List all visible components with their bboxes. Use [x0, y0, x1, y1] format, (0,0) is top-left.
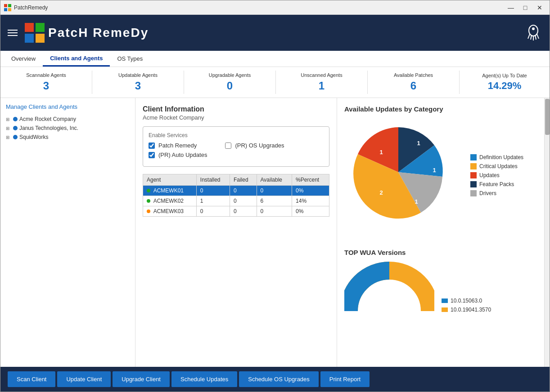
- menu-button[interactable]: [8, 30, 18, 36]
- close-button[interactable]: ✕: [533, 3, 546, 12]
- col-failed: Failed: [230, 174, 257, 186]
- center-panel: Client Information Acme Rocket Company E…: [135, 98, 337, 367]
- checkbox-patch-remedy[interactable]: [149, 143, 155, 149]
- service-pr-os-upgrades[interactable]: (PR) OS Upgrades: [225, 142, 284, 149]
- expand-icon-janus: ⊞: [6, 126, 11, 131]
- cell-agent-name: ACMEWK02: [143, 196, 197, 206]
- label-pr-auto-updates: (PR) Auto Updates: [158, 151, 207, 158]
- svg-line-13: [537, 34, 539, 39]
- service-pr-auto-updates[interactable]: (PR) Auto Updates: [149, 151, 207, 158]
- update-client-button[interactable]: Update Client: [57, 371, 111, 387]
- wua-legend-label-2: 10.0.19041.3570: [451, 307, 491, 313]
- pie-chart-title: Available Updates by Category: [344, 105, 537, 113]
- pie-legend: Definition Updates Critical Updates Upda…: [470, 154, 523, 199]
- checkbox-pr-auto-updates[interactable]: [149, 152, 155, 158]
- svg-rect-3: [8, 8, 11, 11]
- service-patch-remedy[interactable]: Patch Remedy: [149, 142, 207, 149]
- svg-text:1: 1: [415, 198, 418, 205]
- stat-scannable-label: Scannable Agents: [0, 72, 92, 78]
- sidebar-title[interactable]: Manage Clients and Agents: [6, 103, 130, 110]
- cell-available: 6: [257, 196, 292, 206]
- stat-upgradable-label: Upgradable Agents: [184, 72, 275, 78]
- tab-os-types[interactable]: OS Types: [110, 52, 150, 66]
- cell-installed: 0: [196, 186, 230, 196]
- svg-point-14: [532, 27, 535, 30]
- svg-text:2: 2: [379, 189, 383, 196]
- bottom-bar: Scan Client Update Client Upgrade Client…: [0, 367, 550, 392]
- stat-upgradable: Upgradable Agents 0: [184, 71, 276, 94]
- legend-color-definition: [470, 154, 477, 160]
- table-row[interactable]: ACMEWK01 0 0 0 0%: [143, 186, 329, 196]
- cell-failed: 0: [230, 206, 257, 217]
- svg-rect-2: [4, 8, 7, 11]
- cell-agent-name: ACMEWK01: [143, 186, 197, 196]
- right-panel: Available Updates by Category 1 1 1 1: [337, 98, 544, 367]
- minimize-button[interactable]: —: [505, 3, 517, 12]
- svg-text:1: 1: [433, 167, 436, 174]
- pie-chart-container: 1 1 1 1 2 Definition Updates Critical Up…: [344, 118, 537, 235]
- stat-upgradable-value: 0: [184, 80, 275, 92]
- sidebar-item-squid[interactable]: ⊞ SquidWorks: [6, 133, 130, 142]
- stat-unscanned-label: Unscanned Agents: [276, 72, 367, 78]
- checkbox-pr-os-upgrades[interactable]: [225, 143, 231, 149]
- sidebar: Manage Clients and Agents ⊞ Acme Rocket …: [0, 98, 135, 367]
- legend-label-definition: Definition Updates: [479, 154, 523, 160]
- cell-percent: 0%: [292, 206, 329, 217]
- title-bar: PatchRemedy — □ ✕: [0, 0, 550, 15]
- tab-clients-agents[interactable]: Clients and Agents: [43, 51, 110, 67]
- svg-rect-1: [8, 4, 11, 7]
- table-row[interactable]: ACMEWK02 1 0 6 14%: [143, 196, 329, 206]
- stat-available-value: 6: [368, 80, 459, 92]
- table-row[interactable]: ACMEWK03 0 0 0 0%: [143, 206, 329, 217]
- legend-definition-updates: Definition Updates: [470, 154, 523, 160]
- legend-label-feature: Feature Packs: [479, 181, 514, 187]
- logo-icon: [25, 23, 45, 43]
- pie-chart-svg: 1 1 1 1 2: [344, 118, 452, 226]
- sidebar-item-acme[interactable]: ⊞ Acme Rocket Company: [6, 115, 130, 124]
- schedule-updates-button[interactable]: Schedule Updates: [171, 371, 237, 387]
- scrollbar[interactable]: [544, 98, 550, 367]
- sidebar-label-squid: SquidWorks: [19, 134, 48, 140]
- status-dot-wk02: [147, 199, 150, 203]
- tab-overview[interactable]: Overview: [4, 52, 43, 66]
- wua-title: TOP WUA Versions: [344, 249, 537, 256]
- sidebar-item-janus[interactable]: ⊞ Janus Technologies, Inc.: [6, 124, 130, 133]
- col-installed: Installed: [196, 174, 230, 186]
- upgrade-client-button[interactable]: Upgrade Client: [113, 371, 170, 387]
- cell-installed: 0: [196, 206, 230, 217]
- print-report-button[interactable]: Print Report: [320, 371, 370, 387]
- scan-client-button[interactable]: Scan Client: [8, 371, 55, 387]
- status-dot-squid: [13, 135, 18, 139]
- legend-feature-packs: Feature Packs: [470, 181, 523, 187]
- svg-rect-7: [36, 34, 45, 43]
- scroll-thumb[interactable]: [545, 99, 550, 135]
- agent-table: Agent Installed Failed Available %Percen…: [143, 174, 329, 217]
- label-pr-os-upgrades: (PR) OS Upgrades: [235, 142, 284, 149]
- maximize-button[interactable]: □: [519, 3, 532, 12]
- svg-line-12: [535, 35, 536, 40]
- stat-unscanned: Unscanned Agents 1: [276, 71, 368, 94]
- svg-rect-5: [36, 23, 45, 32]
- legend-color-drivers: [470, 190, 477, 196]
- enable-services-box: Enable Services Patch Remedy (PR) Auto U…: [143, 126, 329, 167]
- cell-failed: 0: [230, 186, 257, 196]
- legend-color-critical: [470, 163, 477, 169]
- svg-rect-4: [25, 23, 34, 32]
- header-right: [524, 23, 542, 43]
- legend-drivers: Drivers: [470, 190, 523, 196]
- expand-icon-squid: ⊞: [6, 135, 11, 140]
- svg-rect-6: [25, 34, 34, 43]
- legend-critical-updates: Critical Updates: [470, 163, 523, 169]
- pie-chart: 1 1 1 1 2: [344, 118, 461, 235]
- client-info-title: Client Information: [143, 105, 329, 113]
- wua-section: TOP WUA Versions 10.0.15063.0 10.0.19041…: [344, 249, 537, 316]
- legend-color-updates: [470, 172, 477, 178]
- legend-color-feature: [470, 181, 477, 187]
- stat-updatable-label: Updatable Agents: [92, 72, 184, 78]
- schedule-os-upgrades-button[interactable]: Schedule OS Upgrades: [239, 371, 319, 387]
- legend-label-critical: Critical Updates: [479, 163, 518, 169]
- client-company-name: Acme Rocket Company: [143, 114, 329, 121]
- sidebar-label-acme: Acme Rocket Company: [19, 116, 76, 122]
- svg-rect-0: [4, 4, 7, 7]
- cell-available: 0: [257, 186, 292, 196]
